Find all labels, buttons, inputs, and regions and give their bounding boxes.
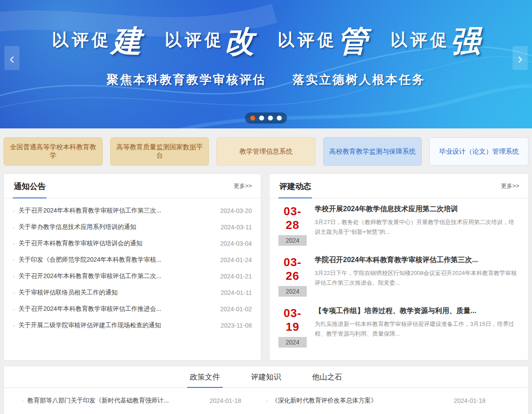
quick-link-thesis-system[interactable]: 毕业设计（论文）管理系统 xyxy=(429,137,528,166)
tab-evaluation-knowledge[interactable]: 评建知识 xyxy=(248,366,284,387)
banner-subline: 聚焦本科教育教学审核评估 落实立德树人根本任务 xyxy=(0,72,532,88)
news-item-body: 【专项工作组】培养过程、教学资源与利用、质量... 为扎实推进新一轮本科教育教学… xyxy=(315,306,519,348)
headline-group: 以评促 建 xyxy=(52,26,142,56)
news-item-summary: 3月27日，教务处（教师教学发展中心）开展教学信息技术应用第二次培训，培训主题为… xyxy=(315,217,519,237)
policy-list: · 教育部等八部门关于印发《新时代基础教育强师计... 2024-01-18 ·… xyxy=(4,388,528,414)
bullet: · xyxy=(13,240,15,247)
notice-item-title: 关于印发《合肥师范学院2024年本科教育教学审核... xyxy=(19,256,214,264)
notice-item-title: 关于召开2024年本科教育教学审核评估工作推进会... xyxy=(19,305,214,313)
notice-panel: 通知公告 更多>> · 关于召开2024年本科教育教学审核评估工作第三次... … xyxy=(4,174,261,360)
main-content: 通知公告 更多>> · 关于召开2024年本科教育教学审核评估工作第三次... … xyxy=(0,174,532,360)
bullet: · xyxy=(13,306,15,313)
news-item-year: 2024 xyxy=(278,337,307,348)
news-item-title[interactable]: 【专项工作组】培养过程、教学资源与利用、质量... xyxy=(315,306,519,316)
news-item: 03-19 2024 【专项工作组】培养过程、教学资源与利用、质量... 为扎实… xyxy=(278,306,519,348)
policy-section: 政策文件 评建知识 他山之石 · 教育部等八部门关于印发《新时代基础教育强师计.… xyxy=(4,366,528,414)
news-item-summary: 为扎实推进新一轮本科教育教学审核评估迎评建设准备工作，3月15日，培养过程、教学… xyxy=(315,319,519,339)
quick-link-teaching-mis[interactable]: 教学管理信息系统 xyxy=(216,137,316,166)
notice-panel-title: 通知公告 xyxy=(13,174,46,198)
news-item-body: 学校开展2024年教学信息技术应用第二次培训 3月27日，教务处（教师教学发展中… xyxy=(315,205,519,246)
banner-headline: 以评促 建 以评促 改 以评促 管 以评促 强 xyxy=(0,26,532,56)
notice-item-title: 关于召开本科教育教学审核评估培训会的通知 xyxy=(19,240,214,248)
notice-item[interactable]: · 关于召开2024年本科教育教学审核评估工作推进会... 2024-01-02 xyxy=(13,301,252,317)
notice-item-title: 关于召开2024年本科教育教学审核评估工作第二次... xyxy=(19,272,214,280)
bullet: · xyxy=(266,397,268,404)
quick-links-row: 全国普通高等学校本科教育教学 高等教育质量监测国家数据平台 教学管理信息系统 高… xyxy=(0,128,532,174)
news-more-link[interactable]: 更多>> xyxy=(501,182,519,190)
tab-other-examples[interactable]: 他山之石 xyxy=(309,366,345,387)
news-panel: 评建动态 更多>> 03-28 2024 学校开展2024年教学信息技术应用第二… xyxy=(269,174,528,360)
banner-decoration xyxy=(0,0,532,128)
news-panel-header: 评建动态 更多>> xyxy=(270,174,528,198)
news-item-day: 03-26 xyxy=(278,255,307,283)
tab-policy-documents[interactable]: 政策文件 xyxy=(187,366,223,388)
notice-item-title: 关于审核评估联络员相关工作的通知 xyxy=(19,289,215,297)
quick-link-monitor-guarantee-system[interactable]: 高校教育教学监测与保障系统 xyxy=(323,137,422,166)
notice-item[interactable]: · 关于印发《合肥师范学院2024年本科教育教学审核... 2024-01-24 xyxy=(13,251,252,268)
policy-item-date: 2024-01-18 xyxy=(447,397,486,404)
notice-item[interactable]: · 关于召开2024年本科教育教学审核评估工作第二次... 2024-01-21 xyxy=(13,268,252,284)
headline-prefix: 以评促 xyxy=(165,29,224,56)
carousel-dot[interactable] xyxy=(259,116,264,120)
news-list: 03-28 2024 学校开展2024年教学信息技术应用第二次培训 3月27日，… xyxy=(270,198,528,360)
bullet: · xyxy=(13,289,15,296)
news-item-datebox: 03-28 2024 xyxy=(278,205,307,246)
headline-prefix: 以评促 xyxy=(278,29,337,56)
notice-item[interactable]: · 关于举办教学信息技术应用系列培训的通知 2024-03-11 xyxy=(13,219,252,235)
news-item-day: 03-28 xyxy=(278,205,307,232)
headline-big-char: 改 xyxy=(224,26,254,56)
policy-item-title: 教育部等八部门关于印发《新时代基础教育强师计... xyxy=(27,397,169,405)
notice-item[interactable]: · 关于召开2024年本科教育教学审核评估工作第三次... 2024-03-20 xyxy=(13,202,252,219)
policy-item-date: 2024-01-18 xyxy=(202,397,241,404)
bullet: · xyxy=(13,207,15,214)
carousel-dot[interactable] xyxy=(277,116,282,120)
bullet: · xyxy=(13,224,15,231)
notice-item-date: 2024-03-20 xyxy=(220,207,252,214)
notice-item-title: 关于召开2024年本科教育教学审核评估工作第三次... xyxy=(19,207,214,215)
news-item-title[interactable]: 学校开展2024年教学信息技术应用第二次培训 xyxy=(315,205,519,214)
policy-item[interactable]: · 《深化新时代教育评价改革总体方案》 2024-01-18 xyxy=(266,397,510,405)
notice-item-date: 2024-03-11 xyxy=(220,224,252,231)
policy-tabs: 政策文件 评建知识 他山之石 xyxy=(4,366,528,388)
carousel-dots xyxy=(245,112,287,124)
notice-item[interactable]: · 关于开展二级学院审核评估评建工作现场检查的通知 2023-11-08 xyxy=(13,317,252,333)
news-item-body: 学院召开2024年本科教育教学审核评估工作第三次... 3月22日下午，学院在锦… xyxy=(315,255,519,297)
news-panel-title: 评建动态 xyxy=(278,174,312,198)
notice-item-date: 2024-01-24 xyxy=(220,256,252,263)
notice-item[interactable]: · 关于召开本科教育教学审核评估培训会的通知 2024-03-04 xyxy=(13,235,252,251)
news-item: 03-28 2024 学校开展2024年教学信息技术应用第二次培训 3月27日，… xyxy=(278,205,519,246)
carousel-dot[interactable] xyxy=(268,116,273,120)
news-item-day: 03-19 xyxy=(278,306,307,334)
notice-item-date: 2023-11-08 xyxy=(220,322,252,329)
notice-item-date: 2024-01-02 xyxy=(220,306,252,313)
notice-item-title: 关于开展二级学院审核评估评建工作现场检查的通知 xyxy=(19,321,215,329)
notice-item[interactable]: · 关于审核评估联络员相关工作的通知 2024-01-11 xyxy=(13,284,252,301)
headline-big-char: 建 xyxy=(112,26,142,56)
headline-big-char: 管 xyxy=(337,26,367,56)
news-item-summary: 3月22日下午，学院在锦绣校区行知楼2008会议室召开2024年本科教育教学审核… xyxy=(315,268,519,288)
quick-link-quality-data-platform[interactable]: 高等教育质量监测国家数据平台 xyxy=(110,137,209,166)
bullet: · xyxy=(13,322,15,329)
policy-item[interactable]: · 教育部等八部门关于印发《新时代基础教育强师计... 2024-01-18 xyxy=(22,397,266,405)
notice-item-date: 2024-01-11 xyxy=(220,289,252,296)
bullet: · xyxy=(13,256,15,263)
news-item-datebox: 03-19 2024 xyxy=(278,306,307,348)
quick-link-national-undergrad[interactable]: 全国普通高等学校本科教育教学 xyxy=(4,137,103,166)
carousel-dot[interactable] xyxy=(251,116,255,120)
headline-group: 以评促 改 xyxy=(165,26,254,56)
carousel-prev-arrow[interactable]: ‹ xyxy=(4,46,19,70)
notice-item-date: 2024-03-04 xyxy=(220,240,252,247)
carousel-next-arrow[interactable]: › xyxy=(513,46,528,70)
notice-item-title: 关于举办教学信息技术应用系列培训的通知 xyxy=(19,223,215,231)
notice-list: · 关于召开2024年本科教育教学审核评估工作第三次... 2024-03-20… xyxy=(4,198,261,336)
news-item-title[interactable]: 学院召开2024年本科教育教学审核评估工作第三次... xyxy=(315,255,519,265)
notice-panel-header: 通知公告 更多>> xyxy=(4,174,261,198)
notice-item-date: 2024-01-21 xyxy=(220,273,252,280)
news-item: 03-26 2024 学院召开2024年本科教育教学审核评估工作第三次... 3… xyxy=(278,255,519,297)
headline-group: 以评促 强 xyxy=(390,26,480,56)
headline-prefix: 以评促 xyxy=(52,29,112,56)
notice-more-link[interactable]: 更多>> xyxy=(234,182,252,190)
hero-carousel: 以评促 建 以评促 改 以评促 管 以评促 强 聚焦本科教育教学审核评估 落实立… xyxy=(0,0,532,128)
news-item-year: 2024 xyxy=(278,235,307,246)
headline-group: 以评促 管 xyxy=(278,26,367,56)
